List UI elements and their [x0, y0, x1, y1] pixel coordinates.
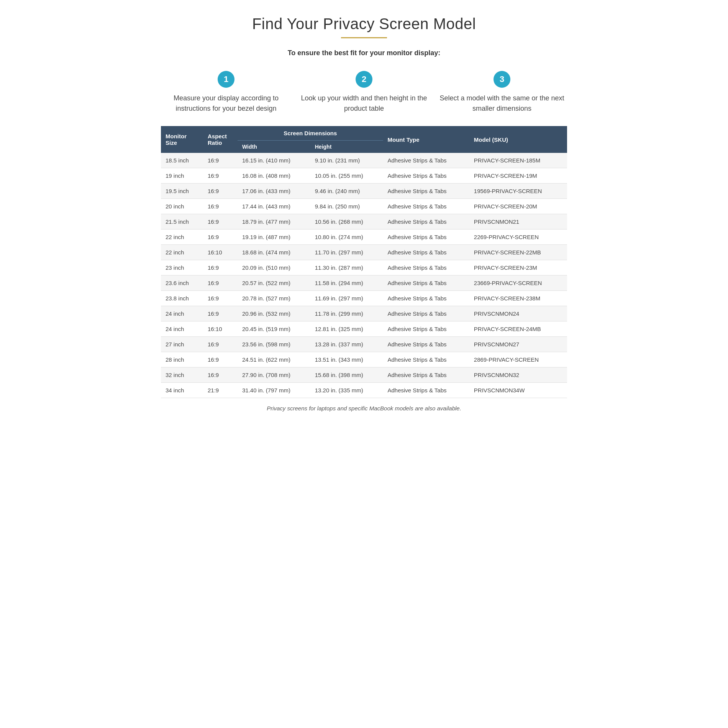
cell-monitor-size: 22 inch: [161, 245, 203, 260]
cell-mount-type: Adhesive Strips & Tabs: [383, 306, 469, 321]
cell-width: 18.68 in. (474 mm): [238, 245, 310, 260]
cell-width: 20.57 in. (522 mm): [238, 275, 310, 291]
table-row: 19.5 inch 16:9 17.06 in. (433 mm) 9.46 i…: [161, 184, 567, 199]
cell-model-sku: PRIVACY-SCREEN-22MB: [469, 245, 567, 260]
cell-mount-type: Adhesive Strips & Tabs: [383, 199, 469, 214]
cell-mount-type: Adhesive Strips & Tabs: [383, 291, 469, 306]
table-row: 22 inch 16:10 18.68 in. (474 mm) 11.70 i…: [161, 245, 567, 260]
table-row: 28 inch 16:9 24.51 in. (622 mm) 13.51 in…: [161, 352, 567, 367]
cell-mount-type: Adhesive Strips & Tabs: [383, 383, 469, 398]
step-1: 1 Measure your display according to inst…: [161, 71, 291, 114]
cell-width: 27.90 in. (708 mm): [238, 367, 310, 383]
cell-mount-type: Adhesive Strips & Tabs: [383, 245, 469, 260]
cell-aspect-ratio: 16:9: [203, 306, 238, 321]
cell-mount-type: Adhesive Strips & Tabs: [383, 321, 469, 337]
cell-height: 11.69 in. (297 mm): [310, 291, 383, 306]
cell-monitor-size: 21.5 inch: [161, 214, 203, 230]
product-table: Monitor Size Aspect Ratio Screen Dimensi…: [161, 126, 567, 398]
table-row: 21.5 inch 16:9 18.79 in. (477 mm) 10.56 …: [161, 214, 567, 230]
col-header-screen-dims: Screen Dimensions: [238, 126, 383, 141]
cell-monitor-size: 27 inch: [161, 337, 203, 352]
cell-monitor-size: 24 inch: [161, 306, 203, 321]
cell-height: 13.51 in. (343 mm): [310, 352, 383, 367]
cell-width: 23.56 in. (598 mm): [238, 337, 310, 352]
col-header-monitor-size: Monitor Size: [161, 126, 203, 153]
cell-height: 13.20 in. (335 mm): [310, 383, 383, 398]
cell-mount-type: Adhesive Strips & Tabs: [383, 184, 469, 199]
table-row: 18.5 inch 16:9 16.15 in. (410 mm) 9.10 i…: [161, 153, 567, 168]
cell-monitor-size: 23 inch: [161, 260, 203, 275]
step-3-circle: 3: [494, 71, 510, 88]
cell-model-sku: 2269-PRIVACY-SCREEN: [469, 230, 567, 245]
cell-model-sku: PRIVSCNMON21: [469, 214, 567, 230]
cell-monitor-size: 19 inch: [161, 168, 203, 184]
cell-mount-type: Adhesive Strips & Tabs: [383, 214, 469, 230]
cell-aspect-ratio: 16:9: [203, 153, 238, 168]
cell-aspect-ratio: 16:9: [203, 230, 238, 245]
cell-model-sku: PRIVACY-SCREEN-19M: [469, 168, 567, 184]
cell-model-sku: PRIVSCNMON24: [469, 306, 567, 321]
step-2-circle: 2: [356, 71, 372, 88]
cell-aspect-ratio: 16:9: [203, 260, 238, 275]
cell-monitor-size: 18.5 inch: [161, 153, 203, 168]
cell-height: 13.28 in. (337 mm): [310, 337, 383, 352]
cell-monitor-size: 28 inch: [161, 352, 203, 367]
step-3-text: Select a model with the same or the next…: [437, 93, 567, 114]
table-row: 24 inch 16:9 20.96 in. (532 mm) 11.78 in…: [161, 306, 567, 321]
cell-aspect-ratio: 16:9: [203, 184, 238, 199]
cell-monitor-size: 20 inch: [161, 199, 203, 214]
cell-monitor-size: 23.6 inch: [161, 275, 203, 291]
cell-height: 11.30 in. (287 mm): [310, 260, 383, 275]
cell-height: 9.84 in. (250 mm): [310, 199, 383, 214]
cell-height: 10.05 in. (255 mm): [310, 168, 383, 184]
cell-mount-type: Adhesive Strips & Tabs: [383, 260, 469, 275]
cell-monitor-size: 34 inch: [161, 383, 203, 398]
subtitle: To ensure the best fit for your monitor …: [161, 49, 567, 57]
cell-aspect-ratio: 16:9: [203, 214, 238, 230]
cell-mount-type: Adhesive Strips & Tabs: [383, 337, 469, 352]
cell-mount-type: Adhesive Strips & Tabs: [383, 168, 469, 184]
table-row: 24 inch 16:10 20.45 in. (519 mm) 12.81 i…: [161, 321, 567, 337]
title-divider: [341, 37, 387, 38]
cell-height: 10.80 in. (274 mm): [310, 230, 383, 245]
cell-model-sku: PRIVACY-SCREEN-185M: [469, 153, 567, 168]
cell-aspect-ratio: 16:10: [203, 321, 238, 337]
page-container: Find Your Privacy Screen Model To ensure…: [161, 15, 567, 412]
cell-width: 31.40 in. (797 mm): [238, 383, 310, 398]
cell-width: 16.08 in. (408 mm): [238, 168, 310, 184]
cell-height: 12.81 in. (325 mm): [310, 321, 383, 337]
cell-mount-type: Adhesive Strips & Tabs: [383, 230, 469, 245]
cell-aspect-ratio: 16:9: [203, 168, 238, 184]
cell-model-sku: 2869-PRIVACY-SCREEN: [469, 352, 567, 367]
cell-height: 10.56 in. (268 mm): [310, 214, 383, 230]
cell-width: 17.44 in. (443 mm): [238, 199, 310, 214]
cell-model-sku: 19569-PRIVACY-SCREEN: [469, 184, 567, 199]
cell-monitor-size: 22 inch: [161, 230, 203, 245]
cell-aspect-ratio: 16:9: [203, 367, 238, 383]
cell-width: 19.19 in. (487 mm): [238, 230, 310, 245]
cell-model-sku: 23669-PRIVACY-SCREEN: [469, 275, 567, 291]
col-header-mount-type: Mount Type: [383, 126, 469, 153]
cell-height: 15.68 in. (398 mm): [310, 367, 383, 383]
cell-mount-type: Adhesive Strips & Tabs: [383, 367, 469, 383]
cell-model-sku: PRIVSCNMON27: [469, 337, 567, 352]
page-title: Find Your Privacy Screen Model: [161, 15, 567, 33]
cell-monitor-size: 19.5 inch: [161, 184, 203, 199]
step-1-text: Measure your display according to instru…: [161, 93, 291, 114]
cell-height: 9.46 in. (240 mm): [310, 184, 383, 199]
cell-width: 20.09 in. (510 mm): [238, 260, 310, 275]
steps-row: 1 Measure your display according to inst…: [161, 71, 567, 114]
col-header-height: Height: [310, 141, 383, 153]
cell-model-sku: PRIVACY-SCREEN-20M: [469, 199, 567, 214]
cell-height: 9.10 in. (231 mm): [310, 153, 383, 168]
cell-aspect-ratio: 16:9: [203, 199, 238, 214]
table-row: 23.8 inch 16:9 20.78 in. (527 mm) 11.69 …: [161, 291, 567, 306]
cell-aspect-ratio: 16:9: [203, 352, 238, 367]
cell-model-sku: PRIVACY-SCREEN-23M: [469, 260, 567, 275]
cell-height: 11.70 in. (297 mm): [310, 245, 383, 260]
col-header-aspect-ratio: Aspect Ratio: [203, 126, 238, 153]
cell-monitor-size: 32 inch: [161, 367, 203, 383]
col-header-width: Width: [238, 141, 310, 153]
table-row: 23 inch 16:9 20.09 in. (510 mm) 11.30 in…: [161, 260, 567, 275]
cell-model-sku: PRIVACY-SCREEN-238M: [469, 291, 567, 306]
